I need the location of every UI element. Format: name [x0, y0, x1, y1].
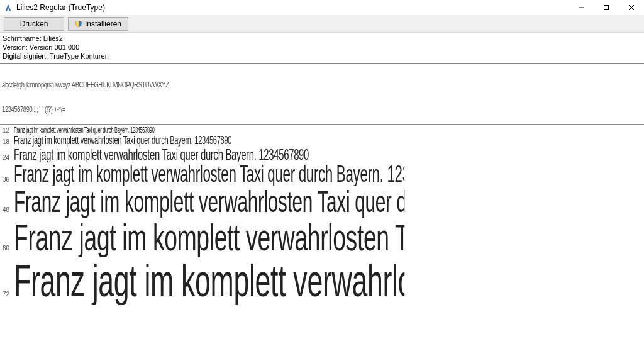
sample-size-label: 60: [3, 243, 14, 252]
install-button-label: Installieren: [85, 20, 121, 28]
window-title: Lilies2 Regular (TrueType): [16, 3, 105, 12]
glyph-row-alpha: abcdefghijklmnopqrstuvwxyz ABCDEFGHIJKLM…: [2, 81, 500, 89]
titlebar: Lilies2 Regular (TrueType): [0, 0, 644, 15]
sample-row: 72Franz jagt im komplett verwahrlosten T…: [0, 257, 644, 305]
close-button[interactable]: [619, 0, 644, 15]
window-controls: [569, 0, 644, 15]
shield-icon: [75, 20, 82, 28]
font-signature-line: Digital signiert, TrueType Konturen: [3, 52, 641, 60]
glyph-preview: abcdefghijklmnopqrstuvwxyz ABCDEFGHIJKLM…: [0, 64, 502, 124]
sample-size-label: 36: [3, 175, 14, 183]
sample-text: Franz jagt im komplett verwahrlosten Tax…: [14, 135, 231, 147]
sample-row: 18Franz jagt im komplett verwahrlosten T…: [0, 135, 644, 147]
print-button[interactable]: Drucken: [4, 17, 64, 31]
sample-text: Franz jagt im komplett verwahrlosten Tax…: [14, 218, 404, 257]
sample-text: Franz jagt im komplett verwahrlosten Tax…: [14, 257, 404, 305]
svg-marker-0: [6, 4, 11, 11]
sample-size-label: 18: [3, 137, 14, 145]
sample-text: Franz jagt im komplett verwahrlosten Tax…: [14, 162, 404, 186]
maximize-button[interactable]: [594, 0, 619, 15]
sample-text: Franz jagt im komplett verwahrlosten Tax…: [14, 126, 155, 135]
sample-row: 60Franz jagt im komplett verwahrlosten T…: [0, 218, 644, 257]
font-name-line: Schriftname: Lilies2: [3, 34, 641, 43]
font-file-icon: [4, 3, 13, 12]
sample-size-label: 24: [3, 153, 14, 161]
font-metadata: Schriftname: Lilies2 Version: Version 00…: [0, 33, 644, 63]
sample-size-label: 12: [3, 126, 14, 134]
sample-text: Franz jagt im komplett verwahrlosten Tax…: [14, 186, 404, 218]
glyph-row-digits: 1234567890.:,; ' " (!?) +-*/=: [2, 106, 500, 114]
sample-text: Franz jagt im komplett verwahrlosten Tax…: [14, 147, 309, 162]
font-version-line: Version: Version 001.000: [3, 43, 641, 52]
install-button[interactable]: Installieren: [68, 17, 128, 31]
toolbar: Drucken Installieren: [0, 15, 644, 33]
svg-rect-2: [604, 6, 609, 10]
print-button-label: Drucken: [20, 20, 48, 28]
sample-size-label: 72: [3, 289, 14, 298]
sample-size-label: 48: [3, 205, 14, 213]
sample-row: 12Franz jagt im komplett verwahrlosten T…: [0, 126, 644, 135]
sample-list: 12Franz jagt im komplett verwahrlosten T…: [0, 125, 644, 305]
sample-row: 48Franz jagt im komplett verwahrlosten T…: [0, 186, 644, 218]
sample-row: 36Franz jagt im komplett verwahrlosten T…: [0, 162, 644, 186]
sample-row: 24Franz jagt im komplett verwahrlosten T…: [0, 147, 644, 162]
minimize-button[interactable]: [569, 0, 594, 15]
